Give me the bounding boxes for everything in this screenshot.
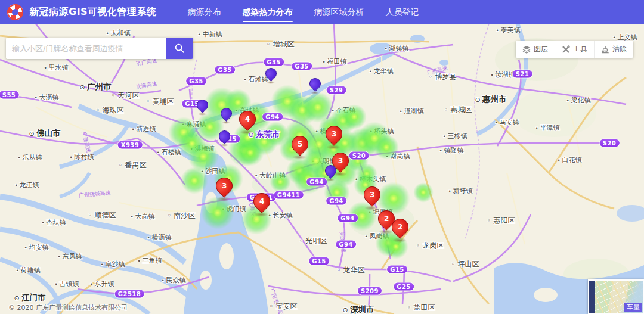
district-label: 增城区 xyxy=(267,39,295,49)
town-label: 镇隆镇 xyxy=(439,146,463,155)
town-label: 汝湖镇 xyxy=(490,70,515,79)
purple-marker[interactable] xyxy=(220,108,232,125)
road-badge: S20 xyxy=(349,152,369,160)
nav-item-source-distribution[interactable]: 病源分布 xyxy=(188,2,221,22)
red-marker[interactable]: 3 xyxy=(324,126,342,150)
purple-marker[interactable] xyxy=(309,78,321,95)
road-badge: G15 xyxy=(387,266,407,273)
heat-spot xyxy=(287,95,318,126)
road-badge: G35 xyxy=(215,66,235,74)
road-name-label: 广澳高速 xyxy=(80,131,92,154)
clear-button[interactable]: 清除 xyxy=(595,41,633,58)
road-badge: G35 xyxy=(292,63,312,70)
minimap-badge: 车量 xyxy=(624,303,642,312)
minimap-edge xyxy=(589,281,595,313)
clear-button-label: 清除 xyxy=(612,44,627,54)
tools-button[interactable]: 工具 xyxy=(555,41,595,58)
district-label: 惠城区 xyxy=(444,105,472,115)
purple-marker[interactable] xyxy=(196,100,208,116)
town-label: 新圩镇 xyxy=(448,186,472,195)
town-label: 三角镇 xyxy=(137,256,162,265)
layers-icon xyxy=(522,45,531,54)
layers-button[interactable]: 图层 xyxy=(516,41,555,58)
town-label: 大沥镇 xyxy=(34,93,58,102)
main-nav: 病源分布 感染热力分布 病源区域分析 人员登记 xyxy=(188,2,419,22)
app-title: 新冠病源GIS可视化管理系统 xyxy=(29,6,157,18)
town-label: 古镇镇 xyxy=(54,279,79,288)
town-label: 东凤镇 xyxy=(57,252,82,261)
nav-item-infection-heatmap[interactable]: 感染热力分布 xyxy=(243,2,293,22)
town-label: 大岭山镇 xyxy=(255,171,286,180)
purple-marker[interactable] xyxy=(218,130,230,147)
tools-icon xyxy=(562,45,570,54)
town-label: 湖镇镇 xyxy=(384,44,408,53)
town-label: 福田镇 xyxy=(322,57,346,66)
red-marker[interactable]: 4 xyxy=(252,193,270,217)
city-label: 佛山市 xyxy=(29,128,60,139)
red-marker[interactable]: 3 xyxy=(363,186,380,210)
red-marker[interactable]: 4 xyxy=(238,111,256,135)
nav-item-label: 病源区域分析 xyxy=(314,7,364,17)
nav-item-label: 人员登记 xyxy=(386,7,419,17)
town-label: 泰美镇 xyxy=(496,26,520,35)
nav-item-personnel-register[interactable]: 人员登记 xyxy=(386,2,419,22)
town-label: 荷塘镇 xyxy=(16,266,40,275)
town-label: 三栋镇 xyxy=(442,132,467,141)
town-label: 龙江镇 xyxy=(14,181,39,189)
heat-spot xyxy=(413,182,434,203)
town-label: 虎门镇 xyxy=(221,204,246,213)
road-badge: S29 xyxy=(327,86,346,94)
city-label: 广州市 xyxy=(79,82,111,92)
map-tools: 图层 工具 清除 xyxy=(516,41,633,58)
search-bar xyxy=(6,38,193,59)
district-label: 南沙区 xyxy=(168,211,196,221)
nav-item-label: 感染热力分布 xyxy=(243,7,293,17)
road-badge: G35 xyxy=(186,77,206,85)
town-label: 阜沙镇 xyxy=(100,260,125,269)
red-marker[interactable]: 3 xyxy=(331,153,349,176)
layers-button-label: 图层 xyxy=(534,44,548,54)
red-marker[interactable]: 3 xyxy=(215,178,233,201)
town-label: 乐从镇 xyxy=(17,153,42,162)
town-label: 潼湖镇 xyxy=(399,107,423,116)
town-label: 麻涌镇 xyxy=(181,120,206,129)
town-label: 均安镇 xyxy=(24,243,48,252)
map-canvas[interactable]: 太和镇中新镇里水镇大沥镇乐从镇陈村镇龙江镇新造镇石楼镇石滩镇福田镇龙华镇湖镇镇泰… xyxy=(0,24,644,314)
district-label: 龙华区 xyxy=(337,265,365,275)
lifebuoy-logo-icon xyxy=(7,4,23,20)
heat-spot xyxy=(302,92,333,123)
app-header: 新冠病源GIS可视化管理系统 病源分布 感染热力分布 病源区域分析 人员登记 xyxy=(0,0,644,24)
nav-item-label: 病源分布 xyxy=(188,7,221,17)
town-label: 新造镇 xyxy=(131,125,156,133)
town-label: 里水镇 xyxy=(44,63,68,72)
road-badge: G94 xyxy=(326,197,346,205)
search-button[interactable] xyxy=(166,38,193,59)
district-label: 顺德区 xyxy=(88,210,116,220)
road-badge: G15 xyxy=(309,257,329,265)
red-marker[interactable]: 2 xyxy=(391,219,408,243)
town-label: 长安镇 xyxy=(268,211,292,220)
district-label: 宝安区 xyxy=(270,301,298,312)
town-label: 东升镇 xyxy=(89,279,114,288)
town-label: 梁化镇 xyxy=(566,96,590,105)
purple-marker[interactable] xyxy=(265,68,277,85)
town-label: 大岗镇 xyxy=(130,212,154,221)
town-label: 沙田镇 xyxy=(200,167,225,176)
minimap[interactable]: 车量 xyxy=(588,279,644,314)
city-label: 江门市 xyxy=(14,293,45,303)
district-label: 天河区 xyxy=(112,91,140,101)
district-label: 黄埔区 xyxy=(146,97,174,107)
nav-item-region-analysis[interactable]: 病源区域分析 xyxy=(314,2,364,22)
road-badge: G94 xyxy=(262,113,283,121)
town-label: 白花镇 xyxy=(557,156,581,164)
town-label: 横沥镇 xyxy=(147,233,171,242)
red-marker[interactable]: 5 xyxy=(290,136,308,160)
district-label: 博罗县 xyxy=(429,72,457,82)
search-input[interactable] xyxy=(6,38,166,59)
district-label: 番禺区 xyxy=(119,160,147,170)
district-label: 光明区 xyxy=(299,236,327,246)
road-name-label: 沈海高速 xyxy=(135,80,158,91)
town-label: 樟木头镇 xyxy=(355,175,386,184)
heat-spot xyxy=(237,139,264,166)
town-label: 平潭镇 xyxy=(535,123,559,132)
